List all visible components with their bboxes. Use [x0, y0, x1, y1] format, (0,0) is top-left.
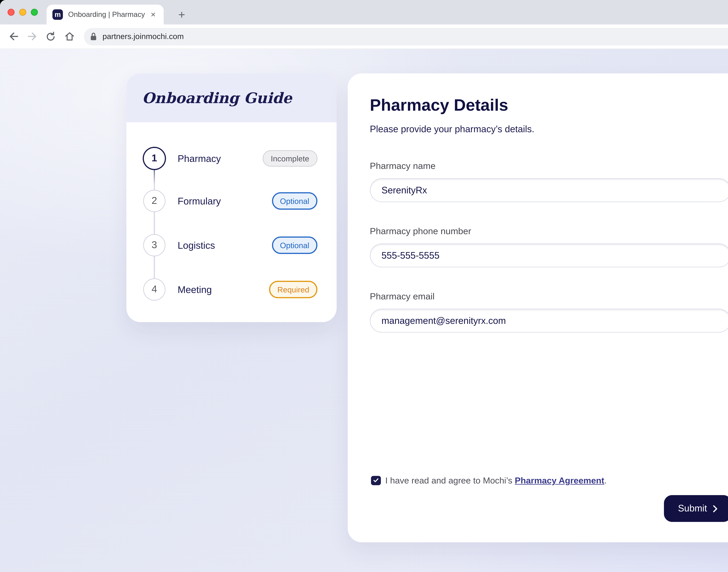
- agreement-checkbox[interactable]: [371, 476, 381, 485]
- submit-button-label: Submit: [678, 503, 707, 514]
- home-icon[interactable]: [61, 28, 78, 45]
- tab-strip: m Onboarding | Pharmacy ✕ +: [0, 0, 728, 24]
- lock-icon: [90, 32, 97, 41]
- status-badge-required: Required: [269, 281, 317, 298]
- agreement-text: I have read and agree to Mochi’s Pharmac…: [385, 475, 607, 486]
- onboarding-guide-title: Onboarding Guide: [142, 89, 292, 106]
- agreement-text-before: I have read and agree to Mochi’s: [385, 475, 515, 485]
- sidebar-item-formulary[interactable]: Formulary: [177, 195, 221, 207]
- pharmacy-email-field[interactable]: [370, 309, 728, 333]
- status-badge-optional: Optional: [272, 236, 317, 254]
- forward-icon[interactable]: [23, 28, 41, 45]
- step-number: 4: [152, 284, 157, 295]
- step-circle-pharmacy[interactable]: 1: [143, 147, 166, 170]
- pharmacy-phone-label: Pharmacy phone number: [370, 225, 471, 237]
- window-maximize-button[interactable]: [31, 9, 38, 16]
- onboarding-guide-header: Onboarding Guide: [126, 73, 337, 122]
- tab-close-icon[interactable]: ✕: [148, 10, 158, 19]
- status-badge-optional: Optional: [272, 192, 317, 210]
- sidebar-item-meeting[interactable]: Meeting: [177, 284, 212, 295]
- reload-icon[interactable]: [42, 28, 59, 45]
- new-tab-button[interactable]: +: [174, 7, 189, 22]
- url-text: partners.joinmochi.com: [102, 32, 728, 41]
- sidebar-item-pharmacy[interactable]: Pharmacy: [177, 153, 221, 164]
- submit-button[interactable]: Submit: [664, 495, 728, 522]
- status-badge-incomplete: Incomplete: [263, 150, 317, 166]
- pharmacy-phone-field[interactable]: [370, 243, 728, 267]
- onboarding-guide-card: Onboarding Guide 1 Pharmacy Incomplete 2…: [126, 73, 337, 322]
- window-minimize-button[interactable]: [19, 9, 26, 16]
- page-title: Pharmacy Details: [370, 95, 508, 115]
- step-number: 2: [152, 195, 157, 207]
- step-circle-meeting[interactable]: 4: [143, 278, 165, 300]
- page-background: Onboarding Guide 1 Pharmacy Incomplete 2…: [0, 49, 728, 572]
- step-number: 1: [152, 153, 157, 164]
- page-subtitle: Please provide your pharmacy’s details.: [370, 124, 534, 135]
- pharmacy-email-label: Pharmacy email: [370, 291, 435, 302]
- pharmacy-details-card: Pharmacy Details Please provide your pha…: [348, 73, 728, 542]
- back-icon[interactable]: [5, 28, 22, 45]
- step-circle-logistics[interactable]: 3: [143, 234, 165, 256]
- browser-window: m Onboarding | Pharmacy ✕ +: [0, 0, 728, 572]
- pharmacy-name-label: Pharmacy name: [370, 160, 435, 172]
- chevron-right-icon: [713, 505, 718, 512]
- address-bar[interactable]: partners.joinmochi.com: [84, 28, 728, 45]
- browser-tab[interactable]: m Onboarding | Pharmacy ✕: [47, 5, 164, 24]
- step-circle-formulary[interactable]: 2: [143, 190, 165, 212]
- pharmacy-agreement-link[interactable]: Pharmacy Agreement: [515, 475, 604, 485]
- window-close-button[interactable]: [8, 9, 14, 16]
- agreement-row: I have read and agree to Mochi’s Pharmac…: [371, 475, 607, 486]
- sidebar-item-logistics[interactable]: Logistics: [177, 239, 215, 251]
- checkmark-icon: [373, 477, 379, 484]
- browser-toolbar: partners.joinmochi.com: [0, 24, 728, 49]
- favicon-icon: m: [53, 9, 63, 20]
- tab-title: Onboarding | Pharmacy: [68, 10, 145, 19]
- agreement-text-after: .: [604, 475, 607, 485]
- pharmacy-name-field[interactable]: [370, 178, 728, 202]
- step-number: 3: [152, 239, 157, 251]
